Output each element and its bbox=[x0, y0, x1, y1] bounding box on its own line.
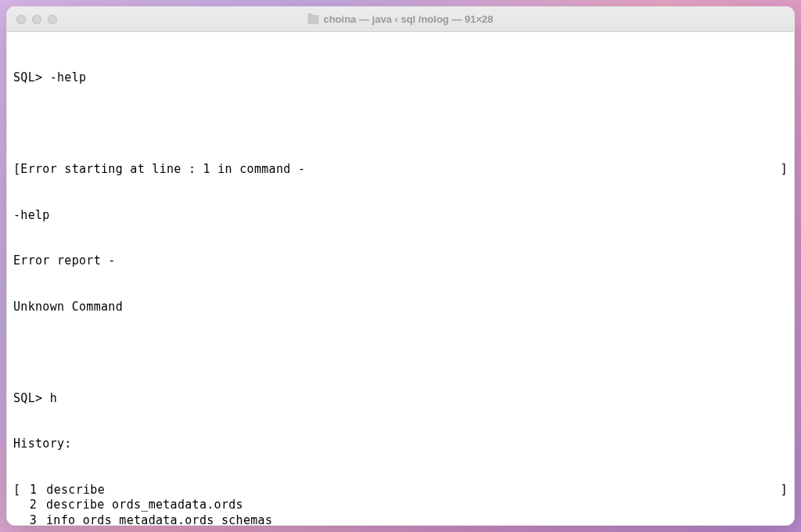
terminal-output[interactable]: SQL> -help [Error starting at line : 1 i… bbox=[7, 32, 794, 525]
prompt-line: SQL> -help bbox=[13, 70, 788, 86]
close-button[interactable] bbox=[16, 15, 26, 24]
history-entry: [1describe] bbox=[13, 483, 788, 498]
prompt-line: SQL> h bbox=[13, 391, 788, 407]
history-entry: 3info ords_metadata.ords_schemas bbox=[13, 513, 788, 526]
error-line: -help bbox=[13, 208, 788, 224]
command-text: -help bbox=[50, 70, 87, 84]
titlebar[interactable]: choina — java ‹ sql /nolog — 91×28 bbox=[7, 7, 794, 32]
blank-line bbox=[13, 345, 788, 361]
window-title-text: choina — java ‹ sql /nolog — 91×28 bbox=[323, 13, 493, 25]
history-number: 2 bbox=[13, 498, 46, 513]
error-line: Error report - bbox=[13, 253, 788, 269]
window-title: choina — java ‹ sql /nolog — 91×28 bbox=[307, 13, 493, 25]
blank-line bbox=[13, 117, 788, 132]
history-number: 3 bbox=[13, 513, 46, 526]
history-entry: 2describe ords_metadata.ords bbox=[13, 498, 788, 513]
command-text: h bbox=[50, 391, 57, 405]
history-command: describe ords_metadata.ords bbox=[46, 498, 788, 513]
history-list: [1describe]2describe ords_metadata.ords3… bbox=[13, 483, 788, 526]
history-header: History: bbox=[13, 437, 788, 452]
minimize-button[interactable] bbox=[32, 15, 41, 24]
history-command: info ords_metadata.ords_schemas bbox=[46, 513, 788, 526]
history-command: describe bbox=[46, 483, 105, 498]
error-line: Unknown Command bbox=[13, 300, 788, 315]
folder-icon bbox=[307, 15, 318, 24]
terminal-window: choina — java ‹ sql /nolog — 91×28 SQL> … bbox=[6, 6, 795, 526]
history-number: 1 bbox=[20, 483, 46, 498]
traffic-lights bbox=[16, 15, 57, 24]
error-line: [Error starting at line : 1 in command -… bbox=[13, 162, 788, 178]
maximize-button[interactable] bbox=[48, 15, 57, 24]
